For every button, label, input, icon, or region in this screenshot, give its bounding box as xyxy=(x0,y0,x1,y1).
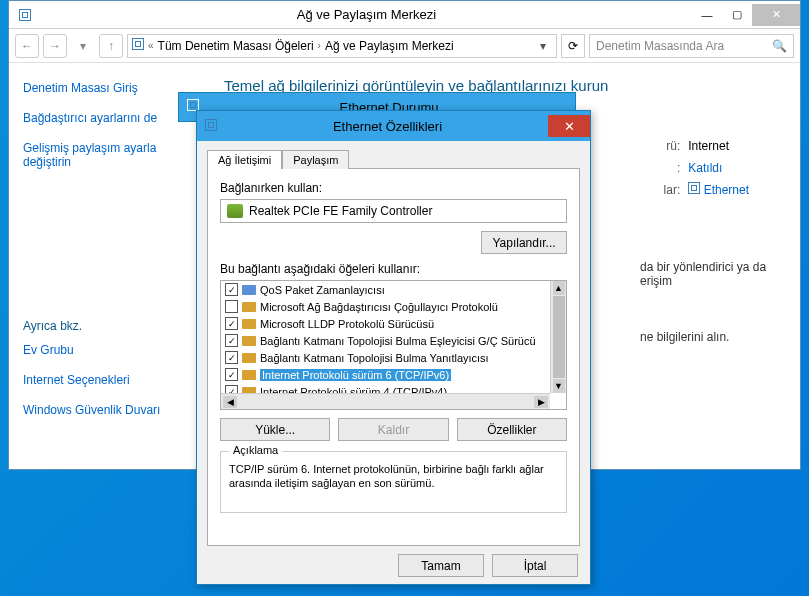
forward-button[interactable]: → xyxy=(43,34,67,58)
see-also-heading: Ayrıca bkz. xyxy=(23,319,190,333)
adapter-name: Realtek PCIe FE Family Controller xyxy=(249,204,432,218)
checkbox[interactable]: ✓ xyxy=(225,351,238,364)
search-input[interactable]: Denetim Masasında Ara 🔍 xyxy=(589,34,794,58)
chevron-right-icon: › xyxy=(318,40,321,51)
dialog-title: Ethernet Özellikleri xyxy=(227,119,548,134)
homegroup-link[interactable]: Ev Grubu xyxy=(23,343,190,357)
protocol-icon xyxy=(242,336,256,346)
connect-using-label: Bağlanırken kullan: xyxy=(220,181,567,195)
ok-button[interactable]: Tamam xyxy=(398,554,484,577)
adapter-field[interactable]: Realtek PCIe FE Family Controller xyxy=(220,199,567,223)
list-item[interactable]: ✓Bağlantı Katmanı Topolojisi Bulma Yanıt… xyxy=(221,349,550,366)
tab-panel: Bağlanırken kullan: Realtek PCIe FE Fami… xyxy=(207,168,580,546)
item-label: Internet Protokolü sürüm 4 (TCP/IPv4) xyxy=(260,386,447,394)
scroll-left-icon[interactable]: ◀ xyxy=(223,396,237,408)
chevron-down-icon[interactable]: ▾ xyxy=(534,39,552,53)
item-label: Microsoft Ağ Bağdaştırıcısı Çoğullayıcı … xyxy=(260,301,498,313)
list-item[interactable]: ✓QoS Paket Zamanlayıcısı xyxy=(221,281,550,298)
sidebar-sharing-link[interactable]: Gelişmiş paylaşım ayarla değiştirin xyxy=(23,141,190,169)
list-item[interactable]: ✓Microsoft LLDP Protokolü Sürücüsü xyxy=(221,315,550,332)
scroll-right-icon[interactable]: ▶ xyxy=(534,396,548,408)
homegroup-value[interactable]: Katıldı xyxy=(688,161,722,175)
protocol-icon xyxy=(242,353,256,363)
dialog-titlebar: Ethernet Özellikleri ✕ xyxy=(197,111,590,141)
uninstall-button: Kaldır xyxy=(338,418,448,441)
tabs: Ağ İletişimi Paylaşım xyxy=(207,150,580,169)
list-item[interactable]: ✓Internet Protokolü sürüm 6 (TCP/IPv6) xyxy=(221,366,550,383)
search-icon: 🔍 xyxy=(772,39,787,53)
breadcrumb-seg1[interactable]: Tüm Denetim Masası Öğeleri xyxy=(158,39,314,53)
checkbox[interactable]: ✓ xyxy=(225,283,238,296)
checkbox[interactable]: ✓ xyxy=(225,385,238,393)
list-item[interactable]: ✓Bağlantı Katmanı Topolojisi Bulma Eşley… xyxy=(221,332,550,349)
tab-networking[interactable]: Ağ İletişimi xyxy=(207,150,282,169)
list-item[interactable]: Microsoft Ağ Bağdaştırıcısı Çoğullayıcı … xyxy=(221,298,550,315)
configure-button[interactable]: Yapılandır... xyxy=(481,231,567,254)
internet-options-link[interactable]: Internet Seçenekleri xyxy=(23,373,190,387)
cancel-button[interactable]: İptal xyxy=(492,554,578,577)
refresh-button[interactable]: ⟳ xyxy=(561,34,585,58)
item-label: QoS Paket Zamanlayıcısı xyxy=(260,284,385,296)
recent-button[interactable]: ▾ xyxy=(71,34,95,58)
description-text: TCP/IP sürüm 6. Internet protokolünün, b… xyxy=(229,462,558,490)
sidebar: Denetim Masası Giriş Bağdaştırıcı ayarla… xyxy=(9,63,204,469)
body-text-a: da bir yönlendirici ya da erişim xyxy=(640,260,790,288)
item-label: Internet Protokolü sürüm 6 (TCP/IPv6) xyxy=(260,369,451,381)
close-button[interactable]: ✕ xyxy=(548,115,590,137)
items-listbox[interactable]: ✓QoS Paket ZamanlayıcısıMicrosoft Ağ Bağ… xyxy=(220,280,567,410)
item-label: Microsoft LLDP Protokolü Sürücüsü xyxy=(260,318,434,330)
network-icon xyxy=(132,38,144,53)
minimize-button[interactable]: — xyxy=(692,4,722,26)
items-label: Bu bağlantı aşağıdaki öğeleri kullanır: xyxy=(220,262,567,276)
up-button[interactable]: ↑ xyxy=(99,34,123,58)
network-info: rü:Internet :Katıldı lar: Ethernet xyxy=(650,135,749,201)
adapter-icon xyxy=(227,204,243,218)
close-button[interactable]: ✕ xyxy=(752,4,800,26)
ethernet-icon xyxy=(688,183,700,197)
protocol-icon xyxy=(242,302,256,312)
back-button[interactable]: ← xyxy=(15,34,39,58)
vertical-scrollbar[interactable]: ▲▼ xyxy=(550,281,566,393)
ethernet-properties-dialog: Ethernet Özellikleri ✕ Ağ İletişimi Payl… xyxy=(196,110,591,585)
breadcrumb[interactable]: « Tüm Denetim Masası Öğeleri › Ağ ve Pay… xyxy=(127,34,557,58)
protocol-icon xyxy=(242,370,256,380)
sidebar-home-link[interactable]: Denetim Masası Giriş xyxy=(23,81,190,95)
item-label: Bağlantı Katmanı Topolojisi Bulma Yanıtl… xyxy=(260,352,489,364)
scroll-down-icon[interactable]: ▼ xyxy=(553,379,565,393)
scroll-up-icon[interactable]: ▲ xyxy=(553,281,565,295)
main-titlebar: Ağ ve Paylaşım Merkezi — ▢ ✕ xyxy=(9,1,800,29)
horizontal-scrollbar[interactable]: ◀▶ xyxy=(221,393,550,409)
window-controls: — ▢ ✕ xyxy=(692,4,800,26)
install-button[interactable]: Yükle... xyxy=(220,418,330,441)
dialog-footer: Tamam İptal xyxy=(197,554,590,587)
properties-button[interactable]: Özellikler xyxy=(457,418,567,441)
access-type-value: Internet xyxy=(688,139,729,153)
description-legend: Açıklama xyxy=(229,444,282,456)
body-text-b: ne bilgilerini alın. xyxy=(640,330,809,344)
scroll-thumb[interactable] xyxy=(553,296,565,378)
checkbox[interactable] xyxy=(225,300,238,313)
scheduler-icon xyxy=(242,285,256,295)
maximize-button[interactable]: ▢ xyxy=(722,4,752,26)
breadcrumb-overflow[interactable]: « xyxy=(148,40,154,51)
description-group: Açıklama TCP/IP sürüm 6. Internet protok… xyxy=(220,451,567,513)
search-placeholder: Denetim Masasında Ara xyxy=(596,39,724,53)
checkbox[interactable]: ✓ xyxy=(225,334,238,347)
network-icon xyxy=(15,5,35,25)
protocol-icon xyxy=(242,319,256,329)
item-label: Bağlantı Katmanı Topolojisi Bulma Eşleyi… xyxy=(260,335,536,347)
breadcrumb-seg2[interactable]: Ağ ve Paylaşım Merkezi xyxy=(325,39,454,53)
firewall-link[interactable]: Windows Güvenlik Duvarı xyxy=(23,403,190,417)
checkbox[interactable]: ✓ xyxy=(225,317,238,330)
checkbox[interactable]: ✓ xyxy=(225,368,238,381)
tab-sharing[interactable]: Paylaşım xyxy=(282,150,349,169)
ethernet-icon xyxy=(205,119,219,133)
toolbar: ← → ▾ ↑ « Tüm Denetim Masası Öğeleri › A… xyxy=(9,29,800,63)
sidebar-adapter-link[interactable]: Bağdaştırıcı ayarlarını de xyxy=(23,111,190,125)
main-title: Ağ ve Paylaşım Merkezi xyxy=(41,7,692,22)
connection-link[interactable]: Ethernet xyxy=(704,183,749,197)
list-item[interactable]: ✓Internet Protokolü sürüm 4 (TCP/IPv4) xyxy=(221,383,550,393)
